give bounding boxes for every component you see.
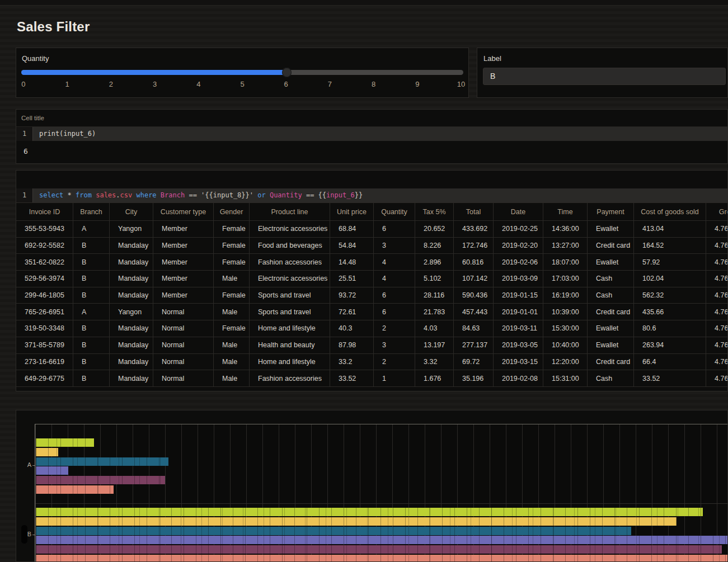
python-code-editor[interactable]: print(input_6) [33,127,727,141]
column-header: Tax 5% [415,203,454,220]
table-cell: 4.7619 [706,287,728,304]
table-row: 529-56-3974BMandalayMemberMaleElectronic… [16,271,728,287]
table-cell: Mandalay [110,370,153,386]
table-cell: Sports and travel [250,287,330,304]
slider-ticks: 012345678910 [21,80,463,89]
table-cell: 35.196 [454,370,494,386]
table-cell: Normal [153,337,214,353]
slider-tick: 1 [65,80,69,88]
table-cell: 6 [374,304,415,320]
table-cell: Male [214,354,250,370]
table-cell: Ewallet [588,221,634,237]
sql-token: Quantity [270,191,302,199]
gridline-horizontal [35,503,728,504]
table-cell: Credit card [588,354,634,370]
column-header: Gross [706,203,728,220]
slider-tick: 10 [457,80,465,88]
table-cell: 12:20:00 [543,354,588,370]
table-cell: 649-29-6775 [16,370,73,386]
table-cell: 1.676 [415,370,454,386]
table-cell: Mandalay [110,354,153,370]
table-cell: 1 [374,370,415,386]
table-cell: Normal [153,354,214,370]
table-cell: B [73,238,110,254]
sql-code-editor[interactable]: select * from sales.csv where Branch == … [33,188,727,202]
column-header: Cost of goods sold [634,203,706,220]
column-header: Date [494,203,543,220]
table-cell: Home and lifestyle [250,354,330,370]
slider-tick: 2 [109,80,113,88]
sql-token: from [76,191,92,199]
table-cell: 4.7619 [706,320,728,337]
table-cell: 8.226 [415,238,454,254]
sql-token: input_6 [326,191,355,199]
table-cell: Female [214,221,250,237]
table-header-row: Invoice IDBranchCityCustomer typeGenderP… [16,203,728,221]
table-cell: Health and beauty [250,337,330,353]
table-cell: 54.84 [330,238,374,254]
label-input[interactable]: B [483,68,726,85]
table-cell: Sports and travel [250,304,330,320]
slider-tick: 8 [372,80,375,88]
cell-title[interactable]: Cell title [16,110,727,127]
table-row: 371-85-5789BMandalayNormalMaleHealth and… [16,337,728,354]
table-cell: B [73,320,110,337]
table-row: 355-53-5943AYangonMemberFemaleElectronic… [16,221,728,238]
table-cell: 15:31:00 [543,370,588,386]
table-cell: Mandalay [110,287,153,304]
table-cell: 6 [374,287,415,304]
column-header: Gender [214,203,250,220]
chart-bar [36,536,728,544]
table-cell: B [73,370,110,386]
python-cell-card: Cell title 1 print(input_6) 6 [16,109,728,164]
table-cell: 319-50-3348 [16,320,73,337]
table-cell: 4.7619 [706,271,728,287]
column-header: Branch [73,203,110,220]
sql-token [266,191,270,199]
quantity-slider-card: Quantity 012345678910 [16,48,469,98]
table-cell: Normal [153,320,214,337]
chart-plot: AB [35,424,728,562]
sql-cell-title-space[interactable] [16,171,727,188]
table-cell: Mandalay [110,320,153,337]
table-cell: 3 [374,337,415,353]
table-cell: Cash [588,287,634,304]
table-cell: B [73,337,110,353]
table-cell: 10:39:00 [543,304,588,320]
quantity-slider-track[interactable] [21,70,463,75]
table-cell: 4.7619 [706,221,728,237]
table-cell: 590.436 [454,287,494,304]
table-cell: Member [153,287,214,304]
table-cell: 371-85-5789 [16,337,73,353]
table-cell: A [73,304,110,320]
table-cell: Food and beverages [250,238,330,254]
table-cell: 2019-01-15 [494,287,543,304]
table-cell: 10:40:00 [543,337,588,353]
table-cell: 107.142 [454,271,494,287]
table-cell: Electronic accessories [250,271,330,287]
slider-handle[interactable] [282,68,292,77]
table-cell: Mandalay [110,254,153,270]
slider-tick: 4 [196,80,200,88]
table-cell: 72.61 [330,304,374,320]
table-cell: Ewallet [588,254,634,270]
table-cell: 172.746 [454,238,494,254]
table-cell: Female [214,320,250,337]
table-cell: Female [214,287,250,304]
chart-bar [36,485,114,494]
table-cell: B [73,354,110,370]
table-row: 319-50-3348BMandalayNormalFemaleHome and… [16,320,728,337]
table-row: 351-62-0822BMandalayMemberFemaleFashion … [16,254,728,271]
y-axis-label: A [22,461,31,468]
table-cell: Mandalay [110,271,153,287]
table-cell: 4.7619 [706,337,728,353]
sql-token: where [136,191,156,199]
table-cell: B [73,271,110,287]
table-cell: 18:07:00 [543,254,588,270]
table-cell: 4.7619 [706,370,728,386]
table-cell: 2019-02-08 [494,370,543,386]
table-cell: 20.652 [415,221,454,237]
chart-card: AB [16,410,728,562]
table-cell: 2019-02-06 [494,254,543,270]
chart-bar [36,476,165,484]
